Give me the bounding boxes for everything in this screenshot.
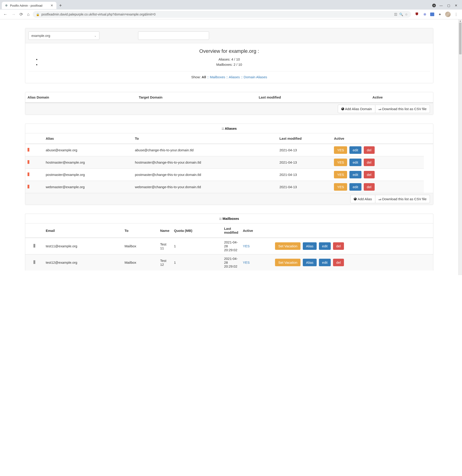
filter-domain-aliases[interactable]: Domain Aliases	[244, 75, 267, 79]
col-target-domain[interactable]: Target Domain	[136, 92, 256, 103]
delete-button[interactable]: del	[333, 259, 344, 266]
delete-button[interactable]: del	[364, 159, 375, 166]
scrollbar-thumb[interactable]	[459, 23, 462, 54]
profile-dropdown-icon[interactable]: ▾	[432, 4, 436, 7]
alias-domain-footer: Add Alias Domain Download this list as C…	[25, 103, 433, 115]
delete-button[interactable]: del	[364, 171, 375, 178]
delete-button[interactable]: del	[364, 183, 375, 191]
edit-button[interactable]: edit	[319, 259, 331, 266]
extensions-menu-icon[interactable]: ✦	[437, 12, 442, 17]
col-name[interactable]: Name	[158, 223, 172, 238]
alias-cell: postmaster@example.org	[43, 169, 133, 181]
edit-button[interactable]: edit	[319, 242, 331, 250]
scroll-up-icon[interactable]: ▲	[459, 20, 462, 22]
col-to[interactable]: To	[122, 223, 158, 238]
bookmark-icon[interactable]: ☆	[405, 13, 408, 16]
col-active[interactable]: Active	[370, 92, 433, 103]
tab-bar: Postfix Admin - postfixad ✕ + ▾ — ▢ ✕	[0, 0, 462, 9]
download-csv-aliases-button[interactable]: Download this list as CSV file	[375, 195, 430, 203]
to-cell: webmaster@change-this-to-your.domain.tld	[133, 181, 277, 193]
name-cell: Test 12	[158, 254, 172, 271]
ublock-icon[interactable]: ⛊	[415, 12, 419, 17]
quota-cell: 1	[172, 238, 222, 254]
scrollbar[interactable]: ▲	[458, 19, 462, 275]
maximize-button[interactable]: ▢	[446, 3, 451, 8]
add-alias-button[interactable]: Add Alias	[350, 195, 375, 203]
domain-select[interactable]: example.org ⌄	[28, 31, 99, 40]
filter-mailboxes[interactable]: Mailboxes	[210, 75, 225, 79]
active-toggle[interactable]: YES	[334, 159, 347, 166]
modified-cell: 2021-04-28 20:29:02	[222, 238, 241, 254]
table-row: postmaster@example.orgpostmaster@change-…	[25, 169, 433, 181]
browser-menu-icon[interactable]: ⋮	[454, 12, 458, 17]
to-cell: Mailbox	[122, 254, 158, 271]
col-last-modified[interactable]: Last modified	[256, 92, 370, 103]
edit-button[interactable]: edit	[349, 183, 361, 191]
active-link[interactable]: YES	[243, 261, 250, 264]
edit-button[interactable]: edit	[349, 159, 361, 166]
add-alias-domain-button[interactable]: Add Alias Domain	[338, 105, 375, 113]
col-to[interactable]: To	[133, 133, 277, 144]
reload-button[interactable]: ⟳	[19, 11, 24, 18]
active-toggle[interactable]: YES	[334, 183, 347, 191]
col-alias-domain[interactable]: Alias Domain	[25, 92, 136, 103]
key-icon[interactable]: ⚿	[394, 13, 397, 16]
col-email[interactable]: Email	[43, 223, 122, 238]
back-button[interactable]: ←	[2, 11, 8, 18]
plus-icon	[341, 107, 345, 111]
minimize-button[interactable]: —	[438, 3, 444, 8]
browser-tab[interactable]: Postfix Admin - postfixad ✕	[2, 2, 56, 9]
filter-all[interactable]: All	[202, 75, 206, 79]
show-filter: Show: All :: Mailboxes :: Aliases :: Dom…	[25, 71, 433, 83]
window-controls: ▾ — ▢ ✕	[432, 3, 460, 8]
col-quota[interactable]: Quota (MB)	[172, 223, 222, 238]
extension-icon-2[interactable]: ❋	[422, 12, 427, 17]
filter-aliases[interactable]: Aliases	[229, 75, 240, 79]
edit-button[interactable]: edit	[349, 146, 361, 154]
mailboxes-title: :: Mailboxes	[25, 214, 433, 223]
favicon-icon	[5, 4, 8, 7]
col-active[interactable]: Active	[240, 223, 273, 238]
active-toggle[interactable]: YES	[334, 146, 347, 154]
modified-cell: 2021-04-13	[277, 156, 332, 169]
search-input[interactable]	[138, 31, 209, 40]
alias-button[interactable]: Alias	[303, 259, 317, 266]
plus-icon	[354, 197, 358, 201]
close-window-button[interactable]: ✕	[454, 3, 458, 8]
alias-cell: abuse@example.org	[43, 144, 133, 156]
set-vacation-button[interactable]: Set Vacation	[275, 259, 301, 266]
active-link[interactable]: YES	[243, 244, 250, 248]
extension-icons: ⛊ ❋ ✦ ⋮	[413, 12, 460, 17]
active-toggle[interactable]: YES	[334, 171, 347, 178]
aliases-title: :: Aliases	[25, 124, 433, 133]
col-active[interactable]: Active	[332, 133, 424, 144]
delete-button[interactable]: del	[333, 242, 344, 250]
forward-button[interactable]: →	[10, 11, 16, 18]
marker-icon	[34, 244, 35, 247]
marker-icon	[27, 185, 29, 188]
marker-icon	[34, 260, 35, 264]
mailboxes-panel: :: Mailboxes Email To Name Quota (MB) La…	[25, 214, 433, 271]
aliases-stat: Aliases: 4 / 10	[28, 57, 430, 62]
download-csv-alias-domain-button[interactable]: Download this list as CSV file	[375, 105, 430, 113]
home-button[interactable]: ⌂	[26, 11, 31, 18]
extension-icon-3[interactable]	[430, 13, 434, 16]
close-tab-icon[interactable]: ✕	[50, 4, 54, 7]
edit-button[interactable]: edit	[349, 171, 361, 178]
user-avatar[interactable]	[445, 12, 451, 17]
overview-panel: example.org ⌄ Overview for example.org :…	[25, 28, 433, 83]
overview-stats: Aliases: 4 / 10 Mailboxes: 2 / 10	[28, 57, 430, 71]
page-content: example.org ⌄ Overview for example.org :…	[0, 19, 458, 275]
set-vacation-button[interactable]: Set Vacation	[275, 242, 301, 250]
col-alias[interactable]: Alias	[43, 133, 133, 144]
new-tab-button[interactable]: +	[56, 2, 65, 9]
col-modified[interactable]: Last modified	[222, 223, 241, 238]
aliases-footer: Add Alias Download this list as CSV file	[25, 193, 433, 205]
zoom-icon[interactable]: 🔍	[399, 13, 403, 16]
col-modified[interactable]: Last modified	[277, 133, 332, 144]
chevron-down-icon: ⌄	[94, 34, 96, 37]
alias-button[interactable]: Alias	[303, 242, 317, 250]
delete-button[interactable]: del	[364, 146, 375, 154]
url-bar[interactable]: 🔒 postfixadmin.david.palepurple.co.uk/li…	[33, 11, 411, 18]
modified-cell: 2021-04-13	[277, 144, 332, 156]
